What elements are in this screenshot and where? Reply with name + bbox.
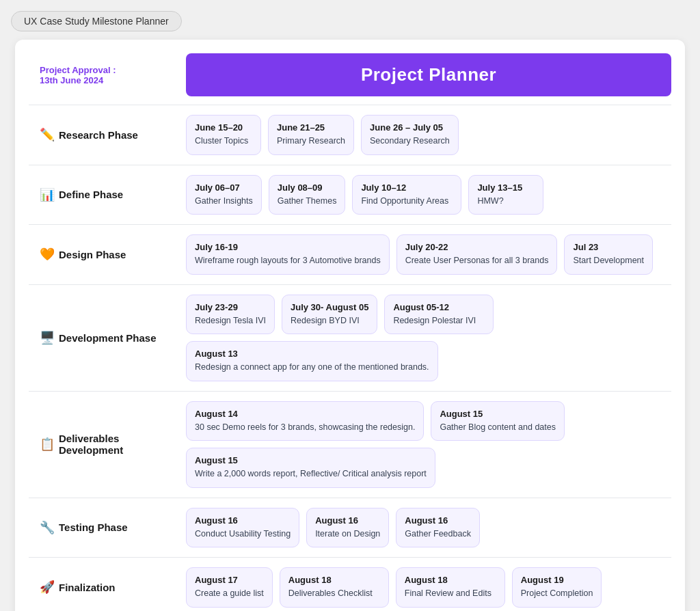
task-desc: Project Completion — [521, 588, 593, 600]
phase-label-design: 🧡Design Phase — [29, 234, 186, 275]
task-date: July 13–15 — [477, 182, 535, 193]
phase-emoji-research: ✏️ — [40, 127, 55, 142]
task-date: August 18 — [288, 575, 380, 585]
project-approval: Project Approval : 13th June 2024 — [29, 53, 186, 96]
phase-row-development: 🖥️Development PhaseJuly 23-29Redesign Te… — [29, 284, 671, 391]
phase-label-text-deliverables: Deliverables Development — [59, 433, 175, 456]
phase-label-text-research: Research Phase — [59, 129, 138, 141]
task-date: August 16 — [195, 515, 291, 526]
tasks-area-define: July 06–07Gather InsightsJuly 08–09Gathe… — [186, 175, 671, 215]
task-date: August 16 — [405, 515, 471, 526]
task-date: August 14 — [195, 409, 415, 419]
task-desc: Start Development — [573, 255, 644, 267]
task-desc: Wireframe rough layouts for 3 Automotive… — [195, 255, 381, 267]
phase-label-define: 📊Define Phase — [29, 175, 186, 215]
task-card-testing-1: August 16Iterate on Design — [306, 508, 389, 548]
phase-label-finalization: 🚀Finalization — [29, 567, 186, 608]
task-desc: Primary Research — [277, 135, 345, 148]
task-date: June 26 – July 05 — [370, 122, 450, 133]
task-card-development-1: July 30- August 05Redesign BYD IVI — [282, 295, 377, 335]
task-desc: Cluster Topics — [195, 135, 252, 148]
task-card-testing-0: August 16Conduct Usability Testing — [186, 508, 299, 548]
task-card-finalization-2: August 18Final Review and Edits — [396, 567, 505, 608]
task-desc: Create User Personas for all 3 brands — [405, 255, 549, 267]
task-date: June 21–25 — [277, 122, 345, 133]
phase-row-design: 🧡Design PhaseJuly 16-19Wireframe rough l… — [29, 224, 671, 284]
task-desc: Redesign Tesla IVI — [195, 315, 266, 327]
task-desc: Find Opportunity Areas — [361, 195, 453, 208]
task-desc: Conduct Usability Testing — [195, 528, 291, 541]
task-card-research-0: June 15–20Cluster Topics — [186, 115, 261, 155]
task-date: August 15 — [195, 455, 427, 465]
task-date: August 13 — [195, 349, 429, 359]
window-title: UX Case Study Milestone Planner — [24, 16, 169, 27]
phase-row-finalization: 🚀FinalizationAugust 17Create a guide lis… — [29, 557, 671, 611]
task-desc: Secondary Research — [370, 135, 450, 148]
task-date: July 30- August 05 — [291, 302, 368, 312]
phase-label-testing: 🔧Testing Phase — [29, 508, 186, 548]
phases-container: ✏️Research PhaseJune 15–20Cluster Topics… — [29, 105, 671, 611]
task-desc: Gather Themes — [278, 195, 337, 208]
approval-label: Project Approval : — [40, 65, 175, 75]
phase-emoji-define: 📊 — [40, 187, 55, 202]
task-desc: Gather Insights — [195, 195, 253, 208]
task-card-deliverables-1: August 15Gather Blog content and dates — [431, 401, 565, 442]
task-card-development-3: August 13Redesign a connect app for any … — [186, 341, 438, 381]
task-card-deliverables-2: August 15Write a 2,000 words report, Ref… — [186, 448, 435, 488]
task-card-define-3: July 13–15HMW? — [468, 175, 543, 215]
tasks-area-testing: August 16Conduct Usability TestingAugust… — [186, 508, 671, 548]
window-title-bar: UX Case Study Milestone Planner — [11, 11, 182, 31]
task-desc: Write a 2,000 words report, Reflective/ … — [195, 468, 427, 480]
phase-label-text-design: Design Phase — [59, 249, 126, 260]
phase-label-deliverables: 📋Deliverables Development — [29, 401, 186, 488]
phase-label-text-development: Development Phase — [59, 332, 157, 344]
task-date: Jul 23 — [573, 242, 644, 252]
tasks-area-development: July 23-29Redesign Tesla IVIJuly 30- Aug… — [186, 295, 671, 381]
task-date: July 10–12 — [361, 182, 453, 193]
phase-row-deliverables: 📋Deliverables DevelopmentAugust 1430 sec… — [29, 391, 671, 498]
task-desc: 30 sec Demo reels for 3 brands, showcasi… — [195, 422, 415, 434]
project-title-bar: Project Planner — [186, 53, 671, 96]
task-date: August 15 — [440, 409, 556, 419]
task-card-finalization-1: August 18Deliverables Checklist — [280, 567, 389, 608]
project-header-row: Project Approval : 13th June 2024 Projec… — [29, 53, 671, 96]
task-date: July 20-22 — [405, 242, 549, 252]
task-date: August 19 — [521, 575, 593, 585]
phase-label-text-testing: Testing Phase — [59, 521, 128, 533]
approval-date: 13th June 2024 — [40, 75, 175, 85]
task-date: July 23-29 — [195, 302, 266, 312]
task-card-design-1: July 20-22Create User Personas for all 3… — [396, 234, 558, 275]
task-desc: Gather Blog content and dates — [440, 422, 556, 434]
phase-label-development: 🖥️Development Phase — [29, 295, 186, 381]
task-card-testing-2: August 16Gather Feedback — [396, 508, 480, 548]
project-title: Project Planner — [361, 64, 496, 85]
task-desc: Redesign Polestar IVI — [393, 315, 485, 327]
task-desc: HMW? — [477, 195, 535, 208]
tasks-area-design: July 16-19Wireframe rough layouts for 3 … — [186, 234, 671, 275]
tasks-area-finalization: August 17Create a guide listAugust 18Del… — [186, 567, 671, 608]
task-desc: Redesign BYD IVI — [291, 315, 368, 327]
phase-label-text-define: Define Phase — [59, 189, 123, 200]
task-card-research-1: June 21–25Primary Research — [268, 115, 354, 155]
task-desc: Gather Feedback — [405, 528, 471, 541]
phase-label-text-finalization: Finalization — [59, 582, 116, 593]
task-date: August 16 — [315, 515, 380, 526]
phase-emoji-testing: 🔧 — [40, 520, 55, 535]
phase-emoji-design: 🧡 — [40, 247, 55, 262]
tasks-area-deliverables: August 1430 sec Demo reels for 3 brands,… — [186, 401, 671, 488]
task-card-design-2: Jul 23Start Development — [564, 234, 653, 275]
phase-label-research: ✏️Research Phase — [29, 115, 186, 155]
task-desc: Redesign a connect app for any one of th… — [195, 362, 429, 374]
task-card-deliverables-0: August 1430 sec Demo reels for 3 brands,… — [186, 401, 424, 442]
task-desc: Iterate on Design — [315, 528, 380, 541]
tasks-area-research: June 15–20Cluster TopicsJune 21–25Primar… — [186, 115, 671, 155]
task-card-define-0: July 06–07Gather Insights — [186, 175, 262, 215]
task-desc: Create a guide list — [195, 588, 264, 600]
task-date: August 18 — [405, 575, 496, 585]
task-card-finalization-0: August 17Create a guide list — [186, 567, 273, 608]
task-desc: Deliverables Checklist — [288, 588, 380, 600]
task-date: August 17 — [195, 575, 264, 585]
phase-emoji-development: 🖥️ — [40, 330, 55, 345]
phase-row-research: ✏️Research PhaseJune 15–20Cluster Topics… — [29, 105, 671, 165]
task-card-research-2: June 26 – July 05Secondary Research — [361, 115, 459, 155]
